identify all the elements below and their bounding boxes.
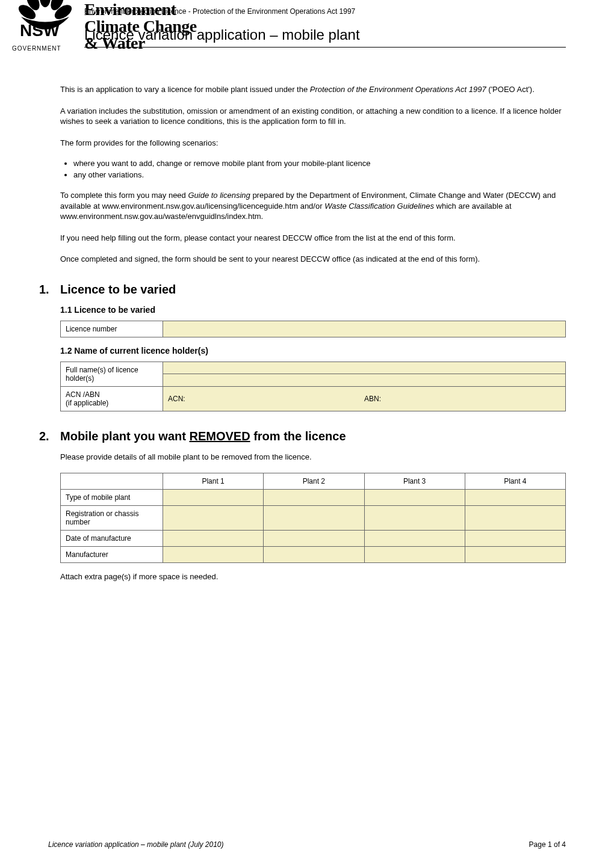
row-date-label: Date of manufacture — [61, 531, 163, 547]
body: This is an application to vary a licence… — [60, 84, 566, 582]
intro-p2: A variation includes the substitution, o… — [60, 106, 566, 127]
act-title: Protection of the Environment Operations… — [193, 7, 355, 16]
remove-header-3: Plant 3 — [364, 473, 465, 490]
intro-p6: Once completed and signed, the form shou… — [60, 254, 566, 265]
section-1-heading: 1.Licence to be varied — [39, 283, 566, 297]
remove-table-corner — [61, 473, 163, 490]
row-type-label: Type of mobile plant — [61, 490, 163, 506]
row-date-plant3[interactable] — [364, 531, 465, 547]
acn-abn-cell: ACN: ABN: — [163, 386, 566, 411]
row-date-plant1[interactable] — [163, 531, 264, 547]
page-header: NSW GOVERNMENT Environment Protection Li… — [48, 0, 566, 60]
section-2-title-a: Mobile plant you want — [60, 429, 189, 443]
row-reg-plant1[interactable] — [163, 506, 264, 531]
row-type-plant3[interactable] — [364, 490, 465, 506]
acn-prefix: ACN: — [168, 395, 185, 403]
licence-number-table: Licence number — [60, 321, 566, 337]
government-label: GOVERNMENT — [12, 45, 61, 52]
row-mfr-plant1[interactable] — [163, 547, 264, 563]
table-row: Registration or chassis number — [61, 506, 566, 531]
row-date-plant4[interactable] — [465, 531, 565, 547]
section-2-lead: Please provide details of all mobile pla… — [60, 452, 566, 463]
nsw-text: NSW — [20, 21, 60, 40]
section-1-title: Licence to be varied — [60, 283, 176, 296]
table-row: Date of manufacture — [61, 531, 566, 547]
section-2-title-under: REMOVED — [189, 429, 250, 443]
svg-point-1 — [40, 0, 51, 7]
licence-number-label: Licence number — [61, 321, 163, 337]
section-2-heading: 2.Mobile plant you want REMOVED from the… — [39, 429, 566, 443]
page: NSW GOVERNMENT Environment Protection Li… — [0, 0, 614, 868]
intro-p3: The form provides for the following scen… — [60, 138, 566, 149]
intro-p4-ital1: Guide to licensing — [188, 191, 250, 200]
row-mfr-plant4[interactable] — [465, 547, 565, 563]
row-reg-plant4[interactable] — [465, 506, 565, 531]
row-type-plant4[interactable] — [465, 490, 565, 506]
intro-bullet-1: where you want to add, change or remove … — [73, 159, 566, 168]
footer-left: Licence variation application – mobile p… — [48, 840, 224, 849]
header-rule — [84, 47, 566, 48]
intro-p1b: ('POEO Act'). — [486, 85, 535, 94]
intro-bullet-2: any other variations. — [73, 170, 566, 179]
row-mfr-label: Manufacturer — [61, 547, 163, 563]
row-reg-plant2[interactable] — [264, 506, 364, 531]
acn-abn-label: ACN /ABN (if applicable) — [61, 386, 163, 411]
remove-header-2: Plant 2 — [264, 473, 364, 490]
row-mfr-plant2[interactable] — [264, 547, 364, 563]
attach-note: Attach extra page(s) if more space is ne… — [60, 571, 566, 582]
section-1-2-heading: 1.2 Name of current licence holder(s) — [60, 346, 566, 356]
row-mfr-plant3[interactable] — [364, 547, 465, 563]
table-row: Manufacturer — [61, 547, 566, 563]
intro-p1a: This is an application to vary a licence… — [60, 85, 310, 94]
remove-plant-table: Plant 1 Plant 2 Plant 3 Plant 4 Type of … — [60, 473, 566, 563]
row-date-plant2[interactable] — [264, 531, 364, 547]
row-type-plant1[interactable] — [163, 490, 264, 506]
section-2-num: 2. — [39, 429, 60, 443]
remove-header-1: Plant 1 — [163, 473, 264, 490]
licence-number-input[interactable] — [163, 321, 566, 337]
row-reg-plant3[interactable] — [364, 506, 465, 531]
holder-name-input-2[interactable] — [163, 374, 566, 387]
holder-name-input-1[interactable] — [163, 362, 566, 374]
remove-header-4: Plant 4 — [465, 473, 565, 490]
intro-p4: To complete this form you may need Guide… — [60, 190, 566, 222]
row-reg-label: Registration or chassis number — [61, 506, 163, 531]
section-1-num: 1. — [39, 283, 60, 297]
abn-prefix: ABN: — [364, 395, 381, 403]
intro-bullets: where you want to add, change or remove … — [73, 159, 566, 179]
intro-p4a: To complete this form you may need — [60, 191, 188, 200]
intro-p5: If you need help filling out the form, p… — [60, 233, 566, 244]
holder-name-label: Full name(s) of licence holder(s) — [61, 362, 163, 386]
footer-right: Page 1 of 4 — [529, 840, 566, 849]
section-1-1-heading: 1.1 Licence to be varied — [60, 305, 566, 315]
intro-p1: This is an application to vary a licence… — [60, 84, 566, 95]
intro-p4-ital2: Waste Classification Guidelines — [324, 202, 434, 211]
section-2-title-b: from the licence — [250, 429, 346, 443]
page-title: Licence variation application – mobile p… — [84, 26, 360, 43]
intro-p1-ital: Protection of the Environment Operations… — [310, 85, 486, 94]
page-footer: Licence variation application – mobile p… — [48, 840, 566, 849]
row-type-plant2[interactable] — [264, 490, 364, 506]
table-row: Type of mobile plant — [61, 490, 566, 506]
holder-table: Full name(s) of licence holder(s) ACN /A… — [60, 362, 566, 411]
